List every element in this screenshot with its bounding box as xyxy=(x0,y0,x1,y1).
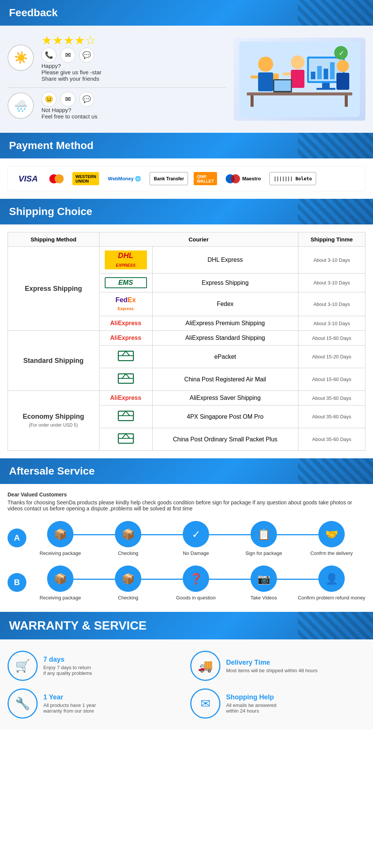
sign-package-icon: 📋 xyxy=(251,521,277,547)
col-courier: Courier xyxy=(99,232,298,247)
ali-saver-logo-cell: AliExpress xyxy=(99,391,152,406)
svg-point-13 xyxy=(291,55,304,69)
shipping-section: Shipping Method Courier Shipping Tinme E… xyxy=(0,224,373,458)
step-b3: ❓ Goods in question xyxy=(162,565,230,601)
step-a3-label: No Damage xyxy=(183,550,209,556)
step-a4: 📋 Sign for package xyxy=(230,521,298,556)
feedback-header: Feedback xyxy=(0,0,373,26)
4px-time-cell: About 35-60 Days xyxy=(298,406,365,428)
webmoney-logo: WebMoney 🌐 xyxy=(105,172,144,185)
process-row-b: B 📦 Receiving package 📦 Checking ❓ Goods… xyxy=(8,565,365,601)
boleto-logo: ||||||| Boleto xyxy=(269,172,316,185)
step-b3-label: Goods in question xyxy=(176,595,216,601)
maestro-logo: Maestro xyxy=(223,172,264,185)
wrench-icon: 🔧 xyxy=(8,688,38,719)
process-steps-b: 📦 Receiving package 📦 Checking ❓ Goods i… xyxy=(26,565,365,601)
mastercard-logo xyxy=(46,172,67,185)
dhl-name-cell: DHL Express xyxy=(152,247,298,273)
svg-rect-6 xyxy=(317,66,322,79)
process-steps-a: 📦 Receiving package 📦 Checking ✓ No Dama… xyxy=(26,521,365,556)
shipping-table: Shipping Method Courier Shipping Tinme E… xyxy=(8,232,365,451)
col-time: Shipping Tinme xyxy=(298,232,365,247)
svg-text:✓: ✓ xyxy=(339,49,344,57)
svg-rect-20 xyxy=(345,95,348,107)
feedback-title: Feedback xyxy=(9,7,58,18)
feedback-unhappy-icons: 😐 ✉ 💬 xyxy=(41,92,97,107)
aftersale-section: Dear Valued Customers Thanks for choosin… xyxy=(0,484,373,612)
western-union-logo: WESTERNUNION xyxy=(72,172,99,185)
warranty-title: WARRANTY & SERVICE xyxy=(9,619,147,632)
svg-rect-18 xyxy=(247,92,352,95)
contact-text: Feel free to contact us xyxy=(41,113,97,120)
receiving-package-icon-a: 📦 xyxy=(47,521,73,547)
receiving-package-icon-b: 📦 xyxy=(47,565,73,592)
svg-rect-11 xyxy=(251,75,258,78)
share-text: Share with your friends xyxy=(41,75,101,82)
step-a4-label: Sign for package xyxy=(245,550,282,556)
step-b2: 📦 Checking xyxy=(94,565,162,601)
chinapost2-time-cell: About 35-60 Days xyxy=(298,428,365,451)
envelope-icon: ✉ xyxy=(190,688,220,719)
cloud-rain-icon: 🌧️ xyxy=(8,92,34,119)
warranty-section: 🛒 7 days Enjoy 7 days to returnif any qu… xyxy=(0,639,373,730)
warranty-item-1year: 🔧 1 Year All products have 1 yearwarrant… xyxy=(8,688,183,719)
svg-rect-22 xyxy=(274,80,291,91)
step-a3: ✓ No Damage xyxy=(162,521,230,556)
fedex-time-cell: About 3-10 Days xyxy=(298,292,365,316)
dhl-time-cell: About 3-10 Days xyxy=(298,247,365,273)
warranty-7days-desc: Enjoy 7 days to returnif any quality pro… xyxy=(43,665,92,676)
aftersale-header: Aftersale Service xyxy=(0,458,373,484)
chat-icon: 💬 xyxy=(79,48,94,63)
step-b4-label: Take Videos xyxy=(251,595,277,601)
warranty-1year-title: 1 Year xyxy=(43,693,96,701)
svg-rect-4 xyxy=(316,88,335,90)
epacket-time-cell: About 15-20 Days xyxy=(298,346,365,368)
step-a1: 📦 Receiving package xyxy=(26,521,94,556)
warranty-item-help: ✉ Shopping Help All emails be answeredwi… xyxy=(190,688,365,719)
chinapost-logo-cell xyxy=(99,368,152,391)
process-row-a: A 📦 Receiving package 📦 Checking ✓ No Da… xyxy=(8,521,365,556)
ali-standard-name-cell: AliExpress Standard Shipping xyxy=(152,331,298,346)
fedex-name-cell: Fedex xyxy=(152,292,298,316)
step-b1-label: Receiving package xyxy=(40,595,81,601)
warranty-header: WARRANTY & SERVICE xyxy=(0,612,373,639)
checking-icon-a: 📦 xyxy=(115,521,141,547)
ali-standard-logo-cell: AliExpress xyxy=(99,331,152,346)
happy-label: Happy? xyxy=(41,63,101,69)
ems-name-cell: Express Shipping xyxy=(152,273,298,292)
ems-time-cell: About 3-10 Days xyxy=(298,273,365,292)
not-happy-label: Not Happy? xyxy=(41,107,97,113)
visa-logo: VISA xyxy=(15,172,41,185)
ems-logo-cell: EMS xyxy=(99,273,152,292)
4px-logo-cell xyxy=(99,406,152,428)
warranty-item-7days: 🛒 7 days Enjoy 7 days to returnif any qu… xyxy=(8,651,183,681)
dear-text: Dear Valued Customers xyxy=(8,492,365,498)
shipping-header: Shipping Choice xyxy=(0,199,373,224)
warranty-help-desc: All emails be answeredwithin 24 hours xyxy=(226,702,277,714)
svg-rect-3 xyxy=(322,83,330,89)
step-a2: 📦 Checking xyxy=(94,521,162,556)
step-b5-label: Confirm problem refund money xyxy=(298,595,365,601)
aftersale-body: Thanks for choosing SeenDa products plea… xyxy=(8,499,365,512)
email-icon: ✉ xyxy=(60,48,75,63)
payment-section: VISA WESTERNUNION WebMoney 🌐 Bank Transf… xyxy=(0,158,373,199)
svg-rect-19 xyxy=(251,95,254,107)
unhappy-phone-icon: 😐 xyxy=(41,92,57,107)
economy-method-cell: Economy Shipping(For order under USD 5) xyxy=(8,391,99,451)
ali-saver-time-cell: About 35-60 Days xyxy=(298,391,365,406)
ali-standard-time-cell: About 15-60 Days xyxy=(298,331,365,346)
warranty-1year-desc: All products have 1 yearwarranty from ou… xyxy=(43,702,96,714)
standard-method-cell: Standard Shipping xyxy=(8,331,99,391)
confirm-delivery-icon: 🤝 xyxy=(318,521,345,547)
cart-icon: 🛒 xyxy=(8,651,38,681)
table-row: Express Shipping DHLEXPRESS DHL Express … xyxy=(8,247,365,273)
svg-rect-5 xyxy=(311,72,315,79)
feedback-action-icons: 📞 ✉ 💬 xyxy=(41,48,101,63)
step-b4: 📷 Take Videos xyxy=(230,565,298,601)
aftersale-title: Aftersale Service xyxy=(9,465,95,477)
happy-sun-icon: ☀️ xyxy=(8,45,34,71)
five-star-text: Please give us five -star xyxy=(41,69,101,75)
warranty-delivery-title: Delivery Time xyxy=(226,659,318,667)
no-damage-icon: ✓ xyxy=(183,521,209,547)
warranty-delivery-desc: Most items will be shipped within 48 hou… xyxy=(226,668,318,673)
